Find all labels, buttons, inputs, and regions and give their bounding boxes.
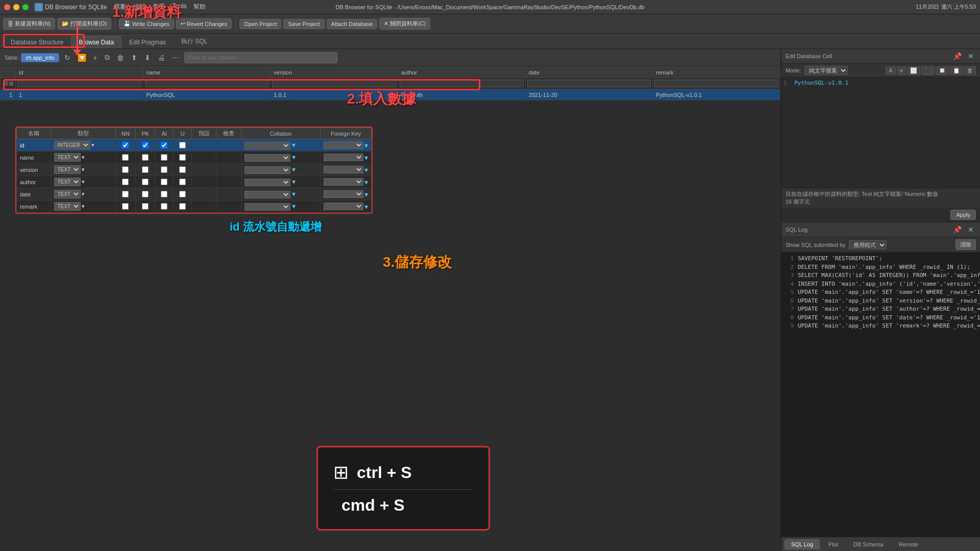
tab-browse-data[interactable]: Browse Data [71,36,121,48]
pk-checkbox[interactable] [142,191,149,197]
u-checkbox[interactable] [179,191,186,197]
more-button[interactable]: ⋯ [170,53,181,63]
tab-edit-pragmas[interactable]: Edit Pragmas [121,36,174,48]
u-checkbox[interactable] [179,166,186,173]
refresh-button[interactable]: ↻ [62,53,72,63]
type-select[interactable]: TEXT [54,190,81,198]
pk-checkbox[interactable] [142,154,149,161]
col-id[interactable]: id [16,67,143,78]
filter-author[interactable] [398,78,525,89]
tab-db-structure[interactable]: Database Structure [3,36,71,48]
fk-select[interactable] [324,141,363,149]
bottom-tab-remote[interactable]: Remote [892,539,925,549]
filter-version[interactable] [271,78,398,89]
schema-row[interactable]: name TEXT ▾ [17,152,372,164]
clear-sql-button[interactable]: 清除 [955,239,976,250]
delete-row-button[interactable]: 🗑 [115,53,126,63]
collation-select[interactable] [244,191,290,198]
pk-checkbox[interactable] [142,203,149,210]
close-db-button[interactable]: ✕ 關閉資料庫(C) [379,18,430,30]
collation-select[interactable] [244,166,290,174]
ai-checkbox[interactable] [161,179,167,185]
pk-checkbox[interactable] [142,166,149,173]
bottom-tab-sql-log[interactable]: SQL Log [785,539,820,549]
add-row-button[interactable]: + [91,53,100,63]
pk-checkbox[interactable] [142,142,149,148]
menu-file[interactable]: 檔案 [111,2,129,12]
import-button[interactable]: ⬆ [129,53,139,63]
filter-name[interactable] [143,78,271,89]
nn-checkbox[interactable] [122,179,129,185]
menu-help[interactable]: 幫助 [190,2,209,12]
duplicate-row-button[interactable]: ⧉ [103,52,112,63]
filter-date[interactable] [525,78,653,89]
mode-icon-1[interactable]: A [886,66,895,75]
panel-pin-button[interactable]: 📌 [951,51,964,61]
export-button[interactable]: ⬇ [142,53,153,63]
col-version[interactable]: version [271,67,398,78]
u-checkbox[interactable] [179,203,186,210]
schema-row[interactable]: version TEXT ▾ [17,164,372,176]
sql-log-close-button[interactable]: ✕ [966,224,976,235]
collation-select[interactable] [244,154,290,162]
maximize-button[interactable] [22,4,29,10]
table-row[interactable]: 1 1 PythonSQL 1.0.1 DevAuth 2021-11-20 P… [1,89,780,101]
nn-checkbox[interactable] [122,191,129,197]
ai-checkbox[interactable] [161,142,167,148]
save-project-button[interactable]: Save Project [283,19,324,29]
type-select[interactable]: INTEGER [54,141,90,149]
menu-tools[interactable]: Tools [169,2,189,12]
fk-select[interactable] [324,154,363,161]
cell-name[interactable]: PythonSQL [143,89,271,101]
menu-edit[interactable]: 編輯 [130,2,149,12]
col-name[interactable]: name [143,67,271,78]
cell-version[interactable]: 1.0.1 [271,89,398,101]
minimize-button[interactable] [13,4,19,10]
collation-select[interactable] [244,142,290,149]
print-button[interactable]: 🖨 [156,53,167,63]
collation-select[interactable] [244,179,290,186]
nn-checkbox[interactable] [122,203,129,210]
type-select[interactable]: TEXT [54,153,81,162]
mode-icon-2[interactable]: ≡ [897,66,906,75]
u-checkbox[interactable] [179,142,186,148]
cell-author[interactable]: DevAuth [398,89,525,101]
schema-row[interactable]: id INTEGER ▾ [17,139,372,152]
bottom-tab-db-schema[interactable]: DB Schema [847,539,890,549]
open-db-button[interactable]: 📂 打開資料庫(O) [57,18,111,30]
cell-content-area[interactable]: 1 PythonSQL-v1.0.1 [781,78,980,188]
mode-select[interactable]: 純文字搜案 [804,66,848,75]
schema-row[interactable]: date TEXT ▾ [17,188,372,201]
sql-content[interactable]: 1SAVEPOINT 'RESTOREPOINT';2DELETE FROM '… [781,253,980,537]
nn-checkbox[interactable] [122,142,129,148]
filter-input[interactable] [184,52,337,63]
mode-icon-5[interactable]: 🔲 [936,66,949,75]
ai-checkbox[interactable] [161,191,167,197]
sql-log-pin-button[interactable]: 📌 [951,224,964,235]
type-select[interactable]: TEXT [54,202,81,211]
nn-checkbox[interactable] [122,154,129,161]
fk-select[interactable] [324,190,363,198]
ai-checkbox[interactable] [161,203,167,210]
fk-select[interactable] [324,166,363,173]
col-remark[interactable]: remark [653,67,780,78]
menu-view[interactable]: 查看 [150,2,168,12]
revert-changes-button[interactable]: ↩ Revert Changes [176,18,232,29]
u-checkbox[interactable] [179,179,186,185]
table-name-button[interactable]: 🗃 app_info [21,53,59,62]
nn-checkbox[interactable] [122,166,129,173]
filter-id[interactable] [16,78,143,89]
cell-date[interactable]: 2021-11-20 [525,89,653,101]
ai-checkbox[interactable] [161,166,167,173]
bottom-tab-plot[interactable]: Plot [822,539,845,549]
u-checkbox[interactable] [179,154,186,161]
type-select[interactable]: TEXT [54,178,81,186]
collation-select[interactable] [244,203,290,211]
filter-button[interactable]: 🔽 [76,53,88,63]
write-changes-button[interactable]: 💾 Write Changes [119,18,174,29]
type-select[interactable]: TEXT [54,165,81,174]
close-button[interactable] [4,4,10,10]
attach-db-button[interactable]: Attach Database [327,19,377,29]
tab-execute-sql[interactable]: 執行 SQL [174,34,215,48]
open-project-button[interactable]: Open Project [239,19,281,29]
